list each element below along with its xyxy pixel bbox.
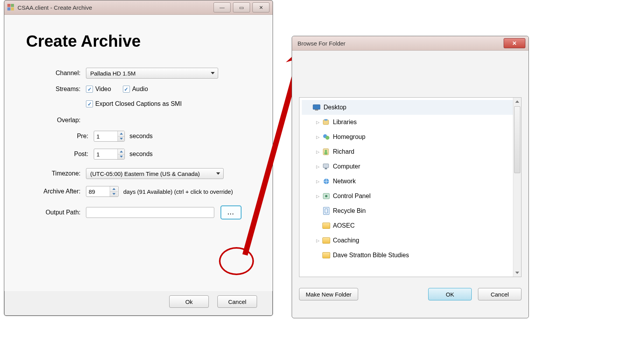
svg-point-11 [326,136,329,140]
audio-checkbox[interactable]: Audio [123,86,148,93]
lib-icon [322,118,331,126]
page-title: Create Archive [26,32,259,51]
make-new-folder-button[interactable]: Make New Folder [299,288,358,300]
expand-icon[interactable]: ▷ [315,159,320,174]
post-value[interactable] [94,151,117,158]
tree-node[interactable]: Recycle Bin [302,204,521,218]
tree-label: Control Panel [333,189,371,204]
timezone-value: (UTC-05:00) Eastern Time (US & Canada) [90,170,200,177]
svg-rect-2 [7,7,10,11]
scroll-down[interactable] [513,269,521,277]
svg-rect-1 [11,4,14,7]
folder-tree[interactable]: Desktop▷Libraries▷Homegroup▷Richard▷Comp… [299,97,522,277]
spin-up[interactable] [118,131,124,137]
channel-select[interactable]: Palladia HD 1.5M [86,68,218,79]
svg-rect-3 [11,7,14,11]
cpl-icon [322,192,331,200]
tree-node[interactable]: Desktop [302,100,521,115]
tree-node[interactable]: ▷Richard [302,144,521,159]
close-button[interactable]: ✕ [252,2,270,12]
expand-icon[interactable]: ▷ [315,233,320,248]
tree-label: Network [333,174,356,189]
pre-value[interactable] [94,133,117,140]
output-path-input[interactable] [86,207,214,218]
expand-icon[interactable]: ▷ [315,115,320,130]
ok-button[interactable]: OK [428,288,472,300]
folder-icon [322,237,331,244]
user-icon [322,148,331,156]
scroll-up[interactable] [513,98,521,105]
streams-label: Streams: [26,86,86,93]
pre-spinner[interactable] [94,131,125,142]
create-archive-window: CSAA.client - Create Archive — ▭ ✕ Creat… [4,0,273,316]
titlebar[interactable]: CSAA.client - Create Archive — ▭ ✕ [4,0,273,15]
checkbox-icon [86,86,93,93]
svg-rect-16 [325,168,327,169]
spin-down[interactable] [110,192,118,197]
cancel-button[interactable]: Cancel [217,295,257,308]
tree-node[interactable]: AOSEC [302,218,521,233]
expand-icon[interactable]: ▷ [315,144,320,159]
scroll-thumb[interactable] [514,106,520,173]
chevron-down-icon [216,172,220,175]
svg-rect-0 [7,4,10,7]
post-label: Post: [26,151,94,158]
video-checkbox[interactable]: Video [86,86,111,93]
spin-down[interactable] [118,154,124,160]
svg-rect-15 [323,164,329,168]
tree-label: Dave Stratton Bible Studies [333,248,409,263]
svg-rect-14 [324,152,327,154]
browse-button[interactable]: ... [220,205,242,219]
expand-icon[interactable]: ▷ [315,130,320,144]
checkbox-icon [123,86,130,93]
pre-label: Pre: [26,133,94,140]
closed-captions-checkbox[interactable]: Export Closed Captions as SMI [86,100,182,107]
spin-up[interactable] [118,149,124,154]
tree-label: Computer [333,159,360,174]
cancel-button[interactable]: Cancel [478,288,522,300]
expand-icon[interactable]: ▷ [315,174,320,189]
folder-icon [322,251,331,259]
output-path-label: Output Path: [26,209,86,216]
tree-label: Libraries [333,115,357,130]
app-icon [7,4,14,11]
expand-icon[interactable]: ▷ [315,189,320,204]
archive-after-value[interactable] [86,188,110,195]
channel-value: Palladia HD 1.5M [90,70,136,77]
close-button[interactable]: ✕ [504,38,525,48]
timezone-select[interactable]: (UTC-05:00) Eastern Time (US & Canada) [86,168,224,179]
tree-node[interactable]: Dave Stratton Bible Studies [302,248,521,263]
svg-rect-7 [315,109,318,111]
comp-icon [322,163,331,170]
tree-label: Desktop [324,100,346,115]
net-icon [322,177,331,185]
recycle-icon [322,207,331,215]
tree-node[interactable]: ▷Computer [302,159,521,174]
timezone-label: Timezone: [26,170,86,177]
tree-node[interactable]: ▷Coaching [302,233,521,248]
tree-node[interactable]: ▷Libraries [302,115,521,130]
folder-icon [322,222,331,230]
svg-rect-9 [324,119,327,121]
scrollbar[interactable] [513,98,521,277]
tree-node[interactable]: ▷Control Panel [302,189,521,204]
tree-node[interactable]: ▷Homegroup [302,130,521,144]
svg-point-19 [325,195,327,197]
home-icon [322,133,331,141]
titlebar[interactable]: Browse For Folder ✕ [292,36,528,51]
checkbox-icon [86,100,93,107]
spin-down[interactable] [118,137,124,142]
ok-button[interactable]: Ok [169,295,209,308]
post-spinner[interactable] [94,149,125,160]
chevron-down-icon [211,72,215,74]
window-title: Browse For Folder [295,40,504,47]
spin-up[interactable] [110,186,118,192]
tree-label: AOSEC [333,218,355,233]
tree-node[interactable]: ▷Network [302,174,521,189]
tree-label: Homegroup [333,130,366,144]
tree-label: Recycle Bin [333,204,366,218]
maximize-button[interactable]: ▭ [233,2,250,12]
browse-folder-window: Browse For Folder ✕ Desktop▷Libraries▷Ho… [292,36,529,318]
archive-after-spinner[interactable] [86,186,119,197]
minimize-button[interactable]: — [214,2,231,12]
